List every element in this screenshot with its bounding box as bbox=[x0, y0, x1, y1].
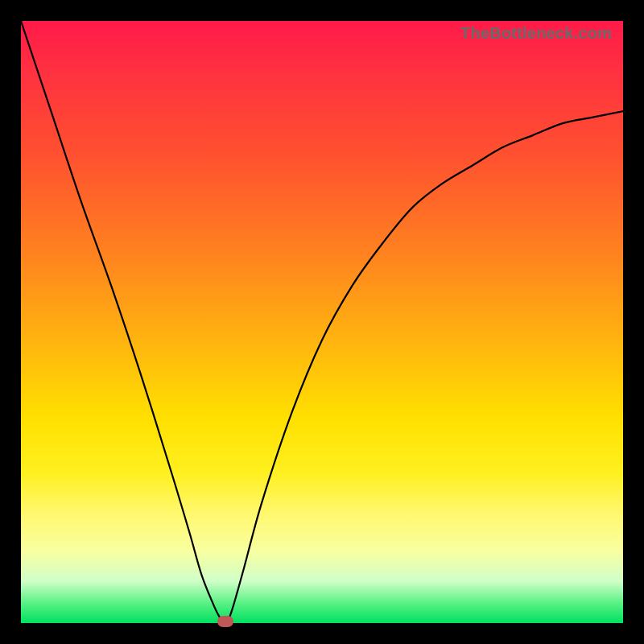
plot-area: TheBottleneck.com bbox=[21, 21, 623, 623]
curve-svg bbox=[21, 21, 623, 623]
chart-frame: TheBottleneck.com bbox=[0, 0, 644, 644]
bottleneck-curve bbox=[21, 21, 623, 623]
minimum-marker bbox=[217, 616, 233, 627]
